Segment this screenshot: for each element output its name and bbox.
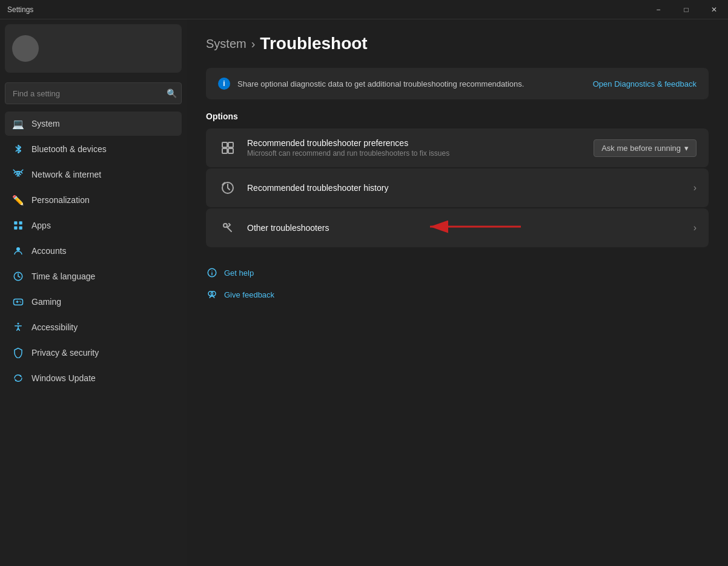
sidebar-item-personalization[interactable]: ✏️ Personalization bbox=[5, 188, 182, 212]
svg-rect-10 bbox=[222, 148, 227, 153]
breadcrumb-parent[interactable]: System bbox=[206, 37, 247, 51]
profile-section bbox=[5, 24, 182, 73]
update-icon bbox=[12, 372, 24, 384]
get-help-icon bbox=[206, 267, 218, 279]
options-list: Recommended troubleshooter preferences M… bbox=[206, 128, 709, 247]
history-right: › bbox=[693, 182, 697, 193]
svg-rect-8 bbox=[222, 142, 227, 147]
system-icon: 💻 bbox=[12, 118, 24, 130]
bluetooth-icon bbox=[12, 143, 24, 155]
sidebar-item-apps[interactable]: Apps bbox=[5, 213, 182, 238]
personalization-icon: ✏️ bbox=[12, 194, 24, 206]
get-help-link[interactable]: Get help bbox=[206, 264, 709, 281]
titlebar-left: Settings bbox=[7, 5, 33, 14]
content-area: System › Troubleshoot i Share optional d… bbox=[187, 19, 728, 566]
titlebar-controls: − □ ✕ bbox=[644, 0, 728, 19]
accessibility-icon bbox=[12, 321, 24, 333]
search-icon-button[interactable]: 🔍 bbox=[167, 88, 177, 98]
svg-rect-0 bbox=[14, 221, 17, 224]
sidebar-item-gaming[interactable]: Gaming bbox=[5, 290, 182, 314]
sidebar-nav: 💻 System Bluetooth & devices bbox=[0, 109, 187, 393]
svg-rect-11 bbox=[228, 148, 233, 153]
troubleshooters-title: Other troubleshooters bbox=[247, 223, 684, 233]
svg-rect-1 bbox=[19, 221, 22, 224]
sidebar-item-label: Bluetooth & devices bbox=[31, 144, 107, 154]
section-title: Options bbox=[206, 112, 709, 121]
sidebar-item-label: Apps bbox=[31, 221, 51, 230]
sidebar-item-update[interactable]: Windows Update bbox=[5, 366, 182, 390]
sidebar-item-label: System bbox=[31, 119, 60, 128]
info-icon: i bbox=[218, 78, 230, 90]
sidebar-item-label: Accounts bbox=[31, 246, 67, 256]
sidebar-item-label: Windows Update bbox=[31, 373, 96, 383]
give-feedback-label: Give feedback bbox=[224, 290, 274, 299]
sidebar-item-privacy[interactable]: Privacy & security bbox=[5, 341, 182, 365]
sidebar-item-network[interactable]: Network & internet bbox=[5, 162, 182, 187]
prefs-subtitle: Microsoft can recommend and run troubles… bbox=[247, 149, 584, 158]
prefs-dropdown[interactable]: Ask me before running ▾ bbox=[594, 139, 697, 157]
give-feedback-icon bbox=[206, 288, 218, 301]
minimize-button[interactable]: − bbox=[644, 0, 672, 19]
svg-rect-2 bbox=[14, 227, 17, 230]
give-feedback-link[interactable]: Give feedback bbox=[206, 286, 709, 303]
sidebar-item-label: Accessibility bbox=[31, 322, 78, 332]
info-banner-text: Share optional diagnostic data to get ad… bbox=[237, 79, 524, 88]
app-layout: 🔍 💻 System Bluetooth & devices bbox=[0, 19, 728, 566]
history-title: Recommended troubleshooter history bbox=[247, 183, 684, 193]
svg-rect-9 bbox=[228, 142, 233, 147]
accounts-icon bbox=[12, 245, 24, 257]
info-banner-left: i Share optional diagnostic data to get … bbox=[218, 78, 524, 90]
chevron-down-icon: ▾ bbox=[684, 144, 689, 153]
option-other-troubleshooters[interactable]: Other troubleshooters › bbox=[206, 208, 709, 247]
sidebar-item-system[interactable]: 💻 System bbox=[5, 112, 182, 136]
history-text: Recommended troubleshooter history bbox=[247, 183, 684, 193]
troubleshooters-icon bbox=[218, 218, 237, 238]
troubleshooters-text: Other troubleshooters bbox=[247, 223, 684, 233]
chevron-right-icon: › bbox=[693, 182, 697, 193]
prefs-text: Recommended troubleshooter preferences M… bbox=[247, 138, 584, 158]
prefs-right: Ask me before running ▾ bbox=[594, 139, 697, 157]
prefs-icon bbox=[218, 138, 237, 158]
sidebar: 🔍 💻 System Bluetooth & devices bbox=[0, 19, 187, 566]
breadcrumb-current: Troubleshoot bbox=[260, 34, 367, 53]
svg-rect-3 bbox=[19, 227, 22, 230]
chevron-right-icon: › bbox=[693, 222, 697, 233]
sidebar-item-label: Personalization bbox=[31, 195, 90, 205]
prefs-title: Recommended troubleshooter preferences bbox=[247, 138, 584, 148]
bottom-links: Get help Give feedback bbox=[206, 264, 709, 303]
info-banner: i Share optional diagnostic data to get … bbox=[206, 68, 709, 99]
sidebar-item-label: Privacy & security bbox=[31, 348, 99, 358]
titlebar-title: Settings bbox=[7, 5, 33, 14]
avatar bbox=[12, 35, 39, 62]
sidebar-item-bluetooth[interactable]: Bluetooth & devices bbox=[5, 137, 182, 161]
svg-point-4 bbox=[16, 247, 20, 251]
sidebar-item-label: Gaming bbox=[31, 297, 61, 307]
sidebar-item-accessibility[interactable]: Accessibility bbox=[5, 315, 182, 339]
sidebar-item-label: Time & language bbox=[31, 271, 95, 281]
svg-point-7 bbox=[18, 323, 19, 325]
sidebar-item-accounts[interactable]: Accounts bbox=[5, 239, 182, 263]
svg-point-16 bbox=[211, 270, 213, 271]
get-help-label: Get help bbox=[224, 268, 254, 278]
close-button[interactable]: ✕ bbox=[700, 0, 728, 19]
network-icon bbox=[12, 168, 24, 181]
option-recommended-history[interactable]: Recommended troubleshooter history › bbox=[206, 168, 709, 207]
option-recommended-prefs[interactable]: Recommended troubleshooter preferences M… bbox=[206, 128, 709, 167]
titlebar: Settings − □ ✕ bbox=[0, 0, 728, 19]
search-icon: 🔍 bbox=[167, 88, 177, 98]
breadcrumb: System › Troubleshoot bbox=[206, 34, 709, 53]
maximize-button[interactable]: □ bbox=[672, 0, 700, 19]
history-icon bbox=[218, 178, 237, 198]
breadcrumb-separator: › bbox=[251, 37, 256, 51]
time-icon bbox=[12, 270, 24, 282]
gaming-icon bbox=[12, 296, 24, 308]
sidebar-item-time[interactable]: Time & language bbox=[5, 264, 182, 288]
diagnostics-link[interactable]: Open Diagnostics & feedback bbox=[593, 79, 697, 88]
sidebar-item-label: Network & internet bbox=[31, 170, 101, 179]
search-input[interactable] bbox=[5, 82, 182, 104]
apps-icon bbox=[12, 219, 24, 231]
troubleshooters-right: › bbox=[693, 222, 697, 233]
privacy-icon bbox=[12, 347, 24, 359]
search-box: 🔍 bbox=[5, 82, 182, 104]
dropdown-value: Ask me before running bbox=[601, 144, 681, 153]
